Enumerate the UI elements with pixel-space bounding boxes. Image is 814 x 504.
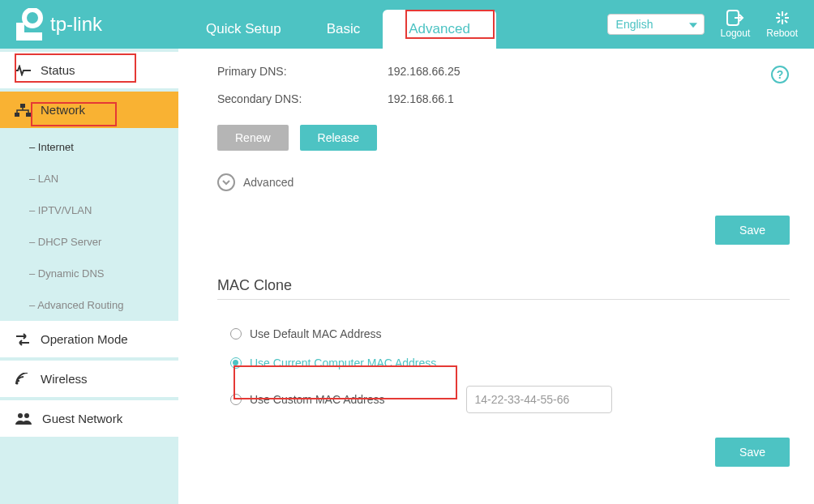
sidebar-sub-ddns[interactable]: Dynamic DNS <box>0 258 178 289</box>
svg-text:?: ? <box>777 68 784 81</box>
svg-rect-14 <box>26 113 31 117</box>
help-button[interactable]: ? <box>770 65 790 87</box>
svg-point-15 <box>16 382 19 384</box>
secondary-dns-row: Secondary DNS: 192.168.66.1 <box>217 92 790 105</box>
sidebar-item-opmode[interactable]: Operation Mode <box>0 321 178 357</box>
tab-basic[interactable]: Basic <box>304 10 383 49</box>
sidebar-sub-internet[interactable]: Internet <box>0 131 178 163</box>
chevron-down-icon <box>217 173 235 191</box>
radio-icon <box>230 357 242 369</box>
sidebar-item-status[interactable]: Status <box>0 52 178 88</box>
svg-rect-1 <box>16 23 24 41</box>
renew-button[interactable]: Renew <box>217 125 289 151</box>
tab-quick-setup[interactable]: Quick Setup <box>183 10 304 49</box>
svg-point-0 <box>24 10 41 26</box>
brand-logo: tp-link <box>16 8 102 41</box>
mac-option-default[interactable]: Use Default MAC Address <box>217 319 790 348</box>
opmode-icon <box>15 333 31 346</box>
reboot-icon <box>773 10 791 26</box>
header-actions: English Logout Reboot <box>607 10 798 39</box>
primary-dns-label: Primary DNS: <box>217 65 388 78</box>
mac-clone-title: MAC Clone <box>217 277 790 294</box>
main-content: ? Primary DNS: 192.168.66.25 Secondary D… <box>193 49 814 504</box>
sidebar-sub-dhcp[interactable]: DHCP Server <box>0 226 178 258</box>
sidebar-item-network[interactable]: Network <box>0 92 178 128</box>
save-button-top[interactable]: Save <box>715 216 790 245</box>
guest-icon <box>15 412 32 425</box>
header: tp-link Quick Setup Basic Advanced Engli… <box>0 0 814 49</box>
release-button[interactable]: Release <box>300 125 377 151</box>
sidebar-sub-routing[interactable]: Advanced Routing <box>0 289 178 321</box>
svg-line-11 <box>785 13 787 15</box>
sidebar-sub-lan[interactable]: LAN <box>0 163 178 194</box>
reboot-button[interactable]: Reboot <box>766 10 798 39</box>
logout-icon <box>726 10 744 26</box>
secondary-dns-value: 192.168.66.1 <box>388 92 454 105</box>
advanced-toggle[interactable]: Advanced <box>217 173 790 191</box>
network-icon <box>15 104 31 117</box>
svg-line-10 <box>778 20 780 23</box>
sidebar-item-wireless[interactable]: Wireless <box>0 361 178 397</box>
network-submenu: Internet LAN IPTV/VLAN DHCP Server Dynam… <box>0 131 178 321</box>
divider <box>217 299 790 300</box>
tplink-icon <box>16 8 44 41</box>
language-select[interactable]: English <box>607 14 705 35</box>
logout-button[interactable]: Logout <box>721 10 751 39</box>
primary-dns-value: 192.168.66.25 <box>388 65 461 78</box>
tab-advanced[interactable]: Advanced <box>383 10 496 49</box>
radio-icon <box>230 328 242 340</box>
mac-option-custom[interactable]: Use Custom MAC Address <box>217 378 790 421</box>
brand-text: tp-link <box>50 13 102 36</box>
primary-dns-row: Primary DNS: 192.168.66.25 <box>217 65 790 78</box>
save-button-bottom[interactable]: Save <box>715 438 790 467</box>
status-icon <box>15 65 31 76</box>
dhcp-buttons: Renew Release <box>217 125 790 151</box>
svg-rect-12 <box>20 104 25 108</box>
svg-point-16 <box>18 413 23 418</box>
svg-rect-13 <box>15 113 19 117</box>
svg-line-8 <box>778 13 780 15</box>
custom-mac-input[interactable] <box>466 386 612 413</box>
wireless-icon <box>15 373 31 386</box>
sidebar-sub-iptv[interactable]: IPTV/VLAN <box>0 194 178 226</box>
radio-icon <box>230 394 242 405</box>
svg-rect-2 <box>24 32 42 41</box>
secondary-dns-label: Secondary DNS: <box>217 92 388 105</box>
sidebar-item-guest[interactable]: Guest Network <box>0 400 178 437</box>
sidebar: Status Network Internet LAN IPTV/VLAN DH… <box>0 49 178 504</box>
mac-option-current[interactable]: Use Current Computer MAC Address <box>217 348 790 378</box>
main-tabs: Quick Setup Basic Advanced <box>183 0 496 49</box>
svg-point-17 <box>24 413 29 418</box>
help-icon: ? <box>770 65 790 84</box>
svg-line-9 <box>785 20 787 23</box>
